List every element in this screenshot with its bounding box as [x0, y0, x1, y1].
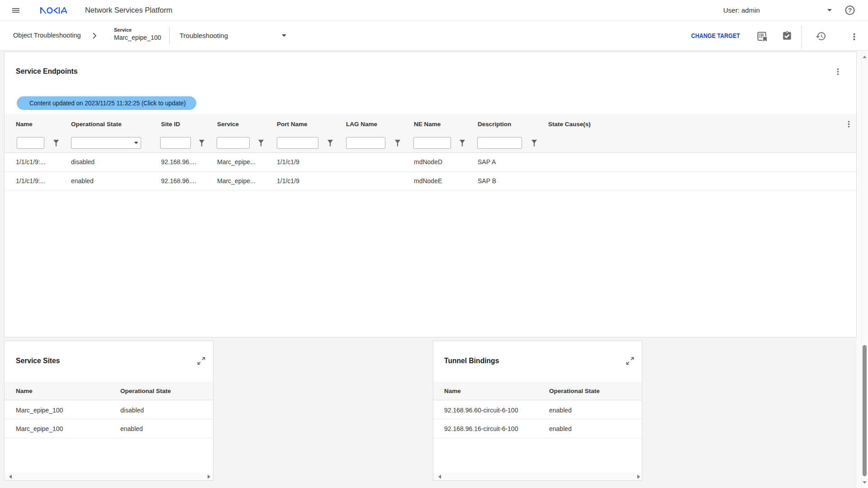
svg-text:?: ? [848, 7, 852, 14]
